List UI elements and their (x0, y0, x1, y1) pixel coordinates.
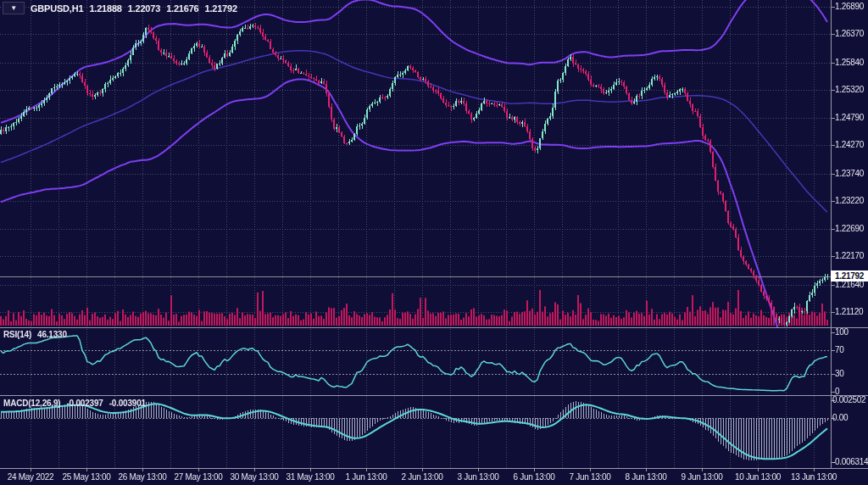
time-tick-label: 7 Jun 13:00 (570, 472, 611, 482)
price-tick-label: 1.25320 (835, 85, 864, 95)
macd-name: MACD(12,26,9) (3, 399, 60, 408)
time-tick-label: 3 Jun 13:00 (458, 472, 499, 482)
time-tick-label: 2 Jun 13:00 (402, 472, 443, 482)
macd-signal-value: -0.003901 (109, 399, 146, 408)
macd-tick-label: 0.002502 (832, 395, 865, 405)
ohlc-close: 1.21792 (205, 3, 237, 14)
symbol-label: GBPUSD,H1 (31, 3, 83, 14)
rsi-tick-label: 70 (835, 345, 844, 355)
price-tick-label: 1.21120 (835, 307, 863, 317)
time-tick-label: 27 May 13:00 (175, 472, 223, 482)
rsi-pane-label: RSI(14) 46.1330 (3, 330, 67, 339)
time-tick-label: 6 Jun 13:00 (514, 472, 555, 482)
rsi-name: RSI(14) (3, 330, 31, 339)
price-tick-label: 1.26370 (835, 29, 864, 39)
price-tick-label: 1.23740 (835, 169, 864, 179)
chart-canvas[interactable] (0, 0, 868, 485)
rsi-current-value: 46.1330 (37, 330, 67, 339)
price-tick-label: 1.23220 (835, 196, 864, 206)
symbol-ohlc-bar: ▼ GBPUSD,H1 1.21888 1.22073 1.21676 1.21… (3, 2, 237, 14)
macd-main-value: -0.002397 (66, 399, 103, 408)
rsi-tick-label: 100 (835, 327, 849, 337)
time-tick-label: 31 May 13:00 (287, 472, 335, 482)
ohlc-high: 1.22073 (128, 3, 160, 14)
time-tick-label: 9 Jun 13:00 (682, 472, 723, 482)
price-tick-label: 1.24790 (835, 113, 864, 123)
price-tick-label: 1.22690 (835, 224, 864, 234)
macd-pane-label: MACD(12,26,9) -0.002397 -0.003901 (3, 399, 146, 408)
time-tick-label: 8 Jun 13:00 (626, 472, 667, 482)
time-tick-label: 1 Jun 13:00 (346, 472, 387, 482)
time-tick-label: 24 May 2022 (8, 472, 54, 482)
ohlc-low: 1.21676 (166, 3, 198, 14)
time-tick-label: 25 May 13:00 (63, 472, 111, 482)
price-tick-label: 1.22170 (835, 251, 864, 261)
price-tick-label: 1.21640 (835, 280, 864, 290)
ohlc-open: 1.21888 (89, 3, 121, 14)
time-tick-label: 10 Jun 13:00 (735, 472, 781, 482)
time-tick-label: 26 May 13:00 (119, 472, 167, 482)
time-tick-label: 13 Jun 13:00 (791, 472, 837, 482)
price-tick-label: 1.26890 (835, 2, 864, 12)
macd-tick-label: -0.006314 (832, 457, 868, 467)
trading-chart-window: ▼ GBPUSD,H1 1.21888 1.22073 1.21676 1.21… (0, 0, 868, 485)
macd-tick-label: 0.00 (832, 413, 848, 423)
price-tick-label: 1.25840 (835, 58, 864, 68)
chart-dropdown-icon[interactable]: ▼ (3, 2, 25, 14)
rsi-tick-label: 30 (835, 369, 844, 379)
price-tick-label: 1.24270 (835, 140, 864, 150)
time-tick-label: 30 May 13:00 (231, 472, 279, 482)
